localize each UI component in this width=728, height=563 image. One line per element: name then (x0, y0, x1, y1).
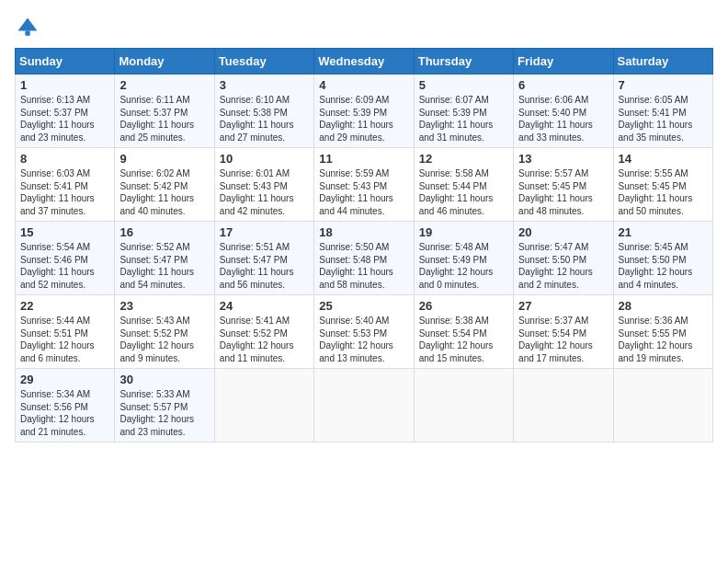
calendar-cell: 2Sunrise: 6:11 AMSunset: 5:37 PMDaylight… (115, 75, 214, 148)
day-info: Daylight: 12 hours (119, 339, 209, 352)
day-info: Sunset: 5:47 PM (220, 254, 309, 267)
calendar-cell: 18Sunrise: 5:50 AMSunset: 5:48 PMDayligh… (314, 222, 414, 295)
day-number: 25 (319, 299, 408, 313)
day-info: Daylight: 12 hours (20, 339, 109, 352)
day-info: and 23 minutes. (119, 426, 209, 439)
day-info: Sunrise: 5:59 AM (319, 167, 408, 180)
day-info: Daylight: 11 hours (220, 266, 309, 279)
calendar-cell: 27Sunrise: 5:37 AMSunset: 5:54 PMDayligh… (514, 295, 613, 369)
calendar-cell: 16Sunrise: 5:52 AMSunset: 5:47 PMDayligh… (115, 222, 214, 295)
day-info: Sunrise: 5:45 AM (619, 241, 708, 254)
day-number: 19 (419, 225, 508, 239)
day-info: Sunrise: 5:38 AM (419, 315, 508, 327)
day-info: Sunrise: 5:37 AM (518, 315, 608, 327)
day-info: Sunrise: 6:07 AM (419, 94, 508, 107)
day-info: Sunset: 5:41 PM (20, 180, 109, 193)
week-row-3: 15Sunrise: 5:54 AMSunset: 5:46 PMDayligh… (16, 222, 713, 295)
week-row-5: 29Sunrise: 5:34 AMSunset: 5:56 PMDayligh… (16, 369, 713, 442)
day-info: Sunrise: 5:44 AM (20, 315, 109, 327)
day-info: Sunset: 5:38 PM (220, 107, 309, 120)
day-info: Daylight: 11 hours (319, 266, 408, 279)
day-info: Sunset: 5:37 PM (20, 107, 109, 120)
day-info: and 11 minutes. (220, 352, 309, 365)
day-info: Sunrise: 5:48 AM (419, 241, 508, 254)
day-number: 5 (419, 78, 508, 92)
day-number: 4 (319, 78, 408, 92)
day-number: 26 (419, 299, 508, 313)
calendar-cell: 13Sunrise: 5:57 AMSunset: 5:45 PMDayligh… (514, 148, 613, 222)
day-info: and 6 minutes. (20, 352, 109, 365)
day-info: Daylight: 11 hours (319, 192, 408, 205)
svg-rect-1 (25, 31, 29, 36)
day-number: 16 (119, 225, 209, 239)
day-number: 10 (220, 152, 309, 166)
day-info: Sunset: 5:39 PM (419, 107, 508, 120)
day-info: and 0 minutes. (419, 279, 508, 292)
day-info: and 42 minutes. (220, 205, 309, 218)
day-info: Daylight: 11 hours (419, 119, 508, 132)
calendar-cell (314, 369, 414, 442)
day-info: Daylight: 11 hours (119, 192, 209, 205)
header-sunday: Sunday (16, 49, 115, 75)
calendar-cell: 15Sunrise: 5:54 AMSunset: 5:46 PMDayligh… (16, 222, 115, 295)
day-info: Sunrise: 6:09 AM (319, 94, 408, 107)
day-info: Sunrise: 6:03 AM (20, 167, 109, 180)
calendar-cell: 28Sunrise: 5:36 AMSunset: 5:55 PMDayligh… (613, 295, 712, 369)
day-number: 12 (419, 152, 508, 166)
day-info: Sunrise: 6:10 AM (220, 94, 309, 107)
day-info: Daylight: 11 hours (20, 119, 109, 132)
calendar-cell: 12Sunrise: 5:58 AMSunset: 5:44 PMDayligh… (414, 148, 513, 222)
calendar-cell: 10Sunrise: 6:01 AMSunset: 5:43 PMDayligh… (214, 148, 313, 222)
day-info: Daylight: 12 hours (20, 413, 109, 426)
day-number: 29 (20, 373, 109, 386)
header-monday: Monday (115, 49, 214, 75)
day-info: and 29 minutes. (319, 132, 408, 144)
day-number: 20 (518, 225, 608, 239)
day-info: Sunrise: 6:05 AM (619, 94, 708, 107)
day-info: and 48 minutes. (518, 205, 608, 218)
day-info: Sunrise: 6:06 AM (518, 94, 608, 107)
day-info: and 9 minutes. (119, 352, 209, 365)
day-info: Sunset: 5:53 PM (319, 327, 408, 340)
calendar-cell: 24Sunrise: 5:41 AMSunset: 5:52 PMDayligh… (214, 295, 313, 369)
calendar-cell: 29Sunrise: 5:34 AMSunset: 5:56 PMDayligh… (16, 369, 115, 442)
day-info: Daylight: 12 hours (119, 413, 209, 426)
day-info: Sunset: 5:52 PM (220, 327, 309, 340)
day-info: Daylight: 12 hours (419, 339, 508, 352)
day-number: 15 (20, 225, 109, 239)
header-thursday: Thursday (414, 49, 513, 75)
day-info: and 37 minutes. (20, 205, 109, 218)
day-info: and 54 minutes. (119, 279, 209, 292)
day-info: Sunset: 5:51 PM (20, 327, 109, 340)
day-info: Sunrise: 6:02 AM (119, 167, 209, 180)
day-number: 7 (619, 78, 708, 92)
day-info: Sunrise: 5:40 AM (319, 315, 408, 327)
day-info: Sunrise: 5:50 AM (319, 241, 408, 254)
calendar-cell (613, 369, 712, 442)
calendar-cell: 20Sunrise: 5:47 AMSunset: 5:50 PMDayligh… (514, 222, 613, 295)
day-info: Sunrise: 5:33 AM (119, 388, 209, 401)
calendar-cell: 14Sunrise: 5:55 AMSunset: 5:45 PMDayligh… (613, 148, 712, 222)
day-info: Sunrise: 5:41 AM (220, 315, 309, 327)
calendar-cell (514, 369, 613, 442)
day-info: Sunset: 5:45 PM (518, 180, 608, 193)
day-info: and 46 minutes. (419, 205, 508, 218)
day-info: Sunset: 5:54 PM (419, 327, 508, 340)
day-number: 18 (319, 225, 408, 239)
day-info: Daylight: 12 hours (619, 339, 708, 352)
day-info: and 44 minutes. (319, 205, 408, 218)
logo (15, 15, 44, 40)
calendar-cell (214, 369, 313, 442)
day-number: 28 (619, 299, 708, 313)
day-info: Daylight: 12 hours (518, 339, 608, 352)
calendar-cell: 25Sunrise: 5:40 AMSunset: 5:53 PMDayligh… (314, 295, 414, 369)
day-number: 24 (220, 299, 309, 313)
day-info: Sunrise: 6:11 AM (119, 94, 209, 107)
day-number: 13 (518, 152, 608, 166)
calendar-cell: 30Sunrise: 5:33 AMSunset: 5:57 PMDayligh… (115, 369, 214, 442)
day-info: Daylight: 11 hours (220, 119, 309, 132)
svg-marker-0 (18, 18, 38, 31)
calendar-cell: 7Sunrise: 6:05 AMSunset: 5:41 PMDaylight… (613, 75, 712, 148)
day-info: and 2 minutes. (518, 279, 608, 292)
calendar-cell: 1Sunrise: 6:13 AMSunset: 5:37 PMDaylight… (16, 75, 115, 148)
